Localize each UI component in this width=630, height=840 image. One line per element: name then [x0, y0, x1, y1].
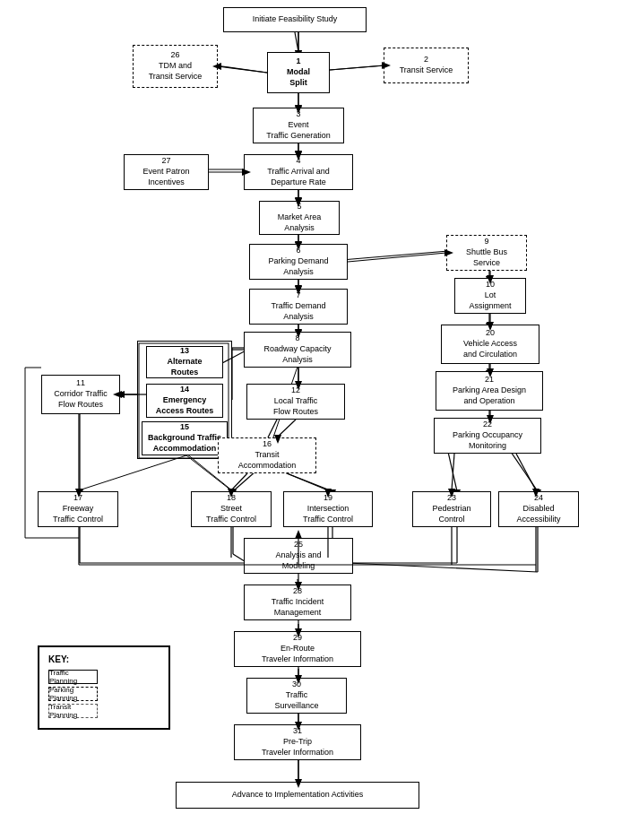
- node-13-label: 13 Alternate Routes: [167, 346, 202, 377]
- key-item-transit: Transit Planning: [48, 704, 160, 718]
- key-label: KEY:: [48, 654, 160, 664]
- node-19: 19 Intersection Traffic Control: [283, 491, 373, 527]
- node-5-label: 5 Market Area Analysis: [278, 202, 322, 233]
- svg-line-43: [282, 472, 332, 491]
- node-26: 26 TDM and Transit Service: [133, 45, 218, 88]
- svg-line-89: [348, 253, 446, 262]
- node-14-label: 14 Emergency Access Routes: [156, 385, 214, 416]
- key-box: KEY: Traffic Planning Parking Planning T…: [38, 645, 170, 730]
- node-11: 11 Corridor Traffic Flow Routes: [41, 375, 120, 414]
- node-15: 15 Background Traffic Accommodation: [142, 421, 228, 455]
- key-item-parking: Parking Planning: [48, 687, 160, 701]
- node-12-label: 12 Local Traffic Flow Routes: [273, 385, 318, 417]
- key-swatch-dashed: Parking Planning: [48, 687, 98, 701]
- svg-line-77: [218, 66, 267, 73]
- svg-line-2: [215, 65, 267, 73]
- node-8: 8 Roadway Capacity Analysis: [244, 332, 351, 368]
- node-10-label: 10 Lot Assignment: [469, 280, 511, 311]
- node-18: 18 Street Traffic Control: [191, 491, 272, 527]
- key-swatch-dot-dash: Transit Planning: [48, 704, 98, 718]
- node-start-label: Initiate Feasibility Study: [253, 14, 338, 25]
- svg-line-116: [79, 455, 186, 490]
- node-1-label: 1 Modal Split: [287, 56, 310, 88]
- node-31: 31 Pre-Trip Traveler Information: [234, 724, 361, 760]
- svg-line-112: [231, 473, 247, 490]
- node-8-label: 8 Roadway Capacity Analysis: [263, 333, 331, 365]
- node-7-label: 7 Traffic Demand Analysis: [271, 290, 325, 322]
- node-19-label: 19 Intersection Traffic Control: [303, 493, 353, 524]
- svg-line-47: [511, 452, 538, 491]
- node-21: 21 Parking Area Design and Operation: [436, 371, 543, 411]
- node-end-label: Advance to Implementation Activities: [232, 790, 364, 801]
- key-swatch-solid: Traffic Planning: [48, 670, 98, 684]
- svg-line-16: [341, 251, 448, 260]
- svg-line-36: [267, 418, 278, 439]
- node-3-label: 3 Event Traffic Generation: [266, 109, 331, 141]
- svg-line-114: [287, 473, 328, 490]
- node-29-label: 29 En-Route Traveler Information: [262, 633, 333, 664]
- node-17-label: 17 Freeway Traffic Control: [53, 493, 103, 524]
- svg-line-45: [448, 452, 457, 491]
- node-16: 16 Transit Accommodation: [218, 437, 316, 473]
- node-24: 24 Disabled Accessibility: [498, 491, 579, 527]
- node-17: 17 Freeway Traffic Control: [38, 491, 118, 527]
- node-20: 20 Vehicle Access and Circulation: [441, 325, 539, 364]
- svg-line-59: [348, 563, 538, 572]
- node-14: 14 Emergency Access Routes: [146, 384, 223, 418]
- svg-line-120: [516, 454, 536, 490]
- key-traffic-label: Traffic Planning: [49, 669, 97, 685]
- svg-line-4: [330, 65, 385, 70]
- svg-line-41: [233, 472, 255, 491]
- node-21-label: 21 Parking Area Design and Operation: [453, 375, 526, 406]
- node-20-label: 20 Vehicle Access and Circulation: [463, 328, 517, 359]
- node-30-label: 30 Traffic Surveillance: [274, 680, 318, 711]
- node-27-label: 27 Event Patron Incentives: [142, 156, 189, 187]
- node-9: 9 Shuttle Bus Service: [446, 235, 527, 271]
- node-13: 13 Alternate Routes: [146, 346, 223, 378]
- key-parking-label: Parking Planning: [49, 686, 97, 702]
- node-6: 6 Parking Demand Analysis: [249, 244, 348, 280]
- node-25: 25 Analysis and Modeling: [244, 538, 353, 574]
- node-22: 22 Parking Occupancy Monitoring: [434, 418, 541, 454]
- node-22-label: 22 Parking Occupancy Monitoring: [453, 420, 522, 451]
- diagram-container: Initiate Feasibility Study 1 Modal Split…: [0, 0, 630, 840]
- node-6-label: 6 Parking Demand Analysis: [268, 246, 328, 277]
- node-12: 12 Local Traffic Flow Routes: [246, 384, 345, 420]
- node-27: 27 Event Patron Incentives: [124, 154, 209, 190]
- node-28: 28 Traffic Incident Management: [244, 585, 351, 620]
- node-25-label: 25 Analysis and Modeling: [275, 540, 321, 571]
- node-24-label: 24 Disabled Accessibility: [516, 493, 560, 524]
- node-29: 29 En-Route Traveler Information: [234, 631, 361, 667]
- svg-line-118: [452, 454, 454, 490]
- node-7: 7 Traffic Demand Analysis: [249, 289, 348, 325]
- node-2-label: 2 Transit Service: [400, 55, 453, 75]
- node-4-label: 4 Traffic Arrival and Departure Rate: [267, 156, 330, 187]
- svg-line-0: [295, 32, 298, 52]
- node-1: 1 Modal Split: [267, 52, 330, 93]
- node-18-label: 18 Street Traffic Control: [206, 493, 256, 524]
- node-15-label: 15 Background Traffic Accommodation: [148, 422, 221, 454]
- node-4: 4 Traffic Arrival and Departure Rate: [244, 154, 353, 190]
- node-3: 3 Event Traffic Generation: [253, 108, 344, 143]
- node-23-label: 23 Pedestrian Control: [432, 493, 470, 524]
- node-26-label: 26 TDM and Transit Service: [149, 50, 203, 82]
- node-9-label: 9 Shuttle Bus Service: [466, 237, 507, 268]
- node-30: 30 Traffic Surveillance: [246, 678, 347, 714]
- key-transit-label: Transit Planning: [49, 703, 97, 719]
- svg-line-110: [278, 420, 296, 437]
- node-23: 23 Pedestrian Control: [412, 491, 491, 527]
- node-2: 2 Transit Service: [384, 48, 469, 83]
- node-31-label: 31 Pre-Trip Traveler Information: [262, 726, 333, 758]
- node-5: 5 Market Area Analysis: [259, 201, 340, 235]
- node-10: 10 Lot Assignment: [454, 278, 526, 314]
- node-start: Initiate Feasibility Study: [223, 7, 367, 32]
- node-end: Advance to Implementation Activities: [176, 782, 419, 809]
- node-28-label: 28 Traffic Incident Management: [272, 586, 324, 618]
- node-11-label: 11 Corridor Traffic Flow Routes: [54, 378, 107, 410]
- key-item-traffic: Traffic Planning: [48, 670, 160, 684]
- svg-line-79: [330, 65, 384, 70]
- node-16-label: 16 Transit Accommodation: [238, 439, 297, 471]
